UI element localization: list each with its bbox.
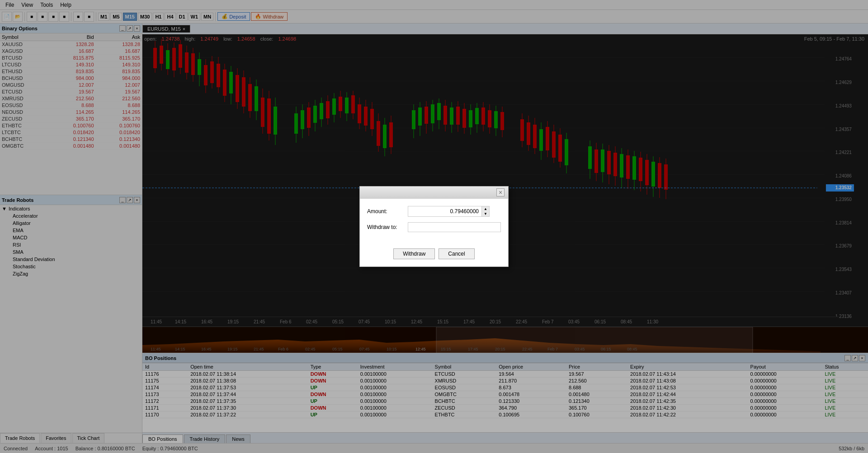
dialog-body: Amount: ▲ ▼ Withdraw to: (360, 199, 508, 245)
amount-input[interactable] (408, 206, 481, 217)
dialog-header: × (360, 187, 508, 199)
withdraw-to-input[interactable] (408, 222, 501, 232)
modal-overlay: × Amount: ▲ ▼ Withdraw to: Withdraw Canc (0, 0, 868, 453)
dialog-close-btn[interactable]: × (496, 188, 505, 196)
withdraw-to-row: Withdraw to: (367, 222, 501, 232)
spin-down-btn[interactable]: ▼ (482, 211, 489, 216)
amount-label: Amount: (367, 208, 408, 215)
withdraw-dialog: × Amount: ▲ ▼ Withdraw to: Withdraw Canc (359, 186, 509, 267)
withdraw-to-label: Withdraw to: (367, 224, 408, 230)
amount-input-group: ▲ ▼ (408, 206, 490, 217)
spin-buttons: ▲ ▼ (481, 206, 490, 217)
amount-row: Amount: ▲ ▼ (367, 206, 501, 217)
dialog-withdraw-btn[interactable]: Withdraw (393, 248, 435, 259)
dialog-footer: Withdraw Cancel (360, 245, 508, 266)
dialog-cancel-btn[interactable]: Cancel (439, 248, 474, 259)
spin-up-btn[interactable]: ▲ (482, 206, 489, 211)
